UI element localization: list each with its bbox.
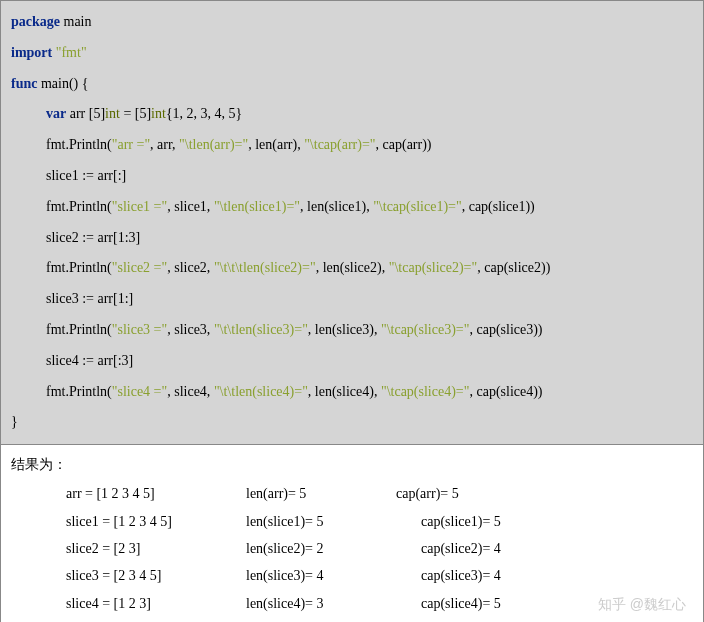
string-literal: "arr =": [112, 137, 150, 152]
result-row: slice3 = [2 3 4 5] len(slice3)= 4 cap(sl…: [11, 562, 693, 589]
result-row: slice4 = [1 2 3] len(slice4)= 3 cap(slic…: [11, 590, 693, 617]
result-cell: len(slice4)= 3: [246, 590, 396, 617]
code-text: fmt.Println(: [46, 137, 112, 152]
code-text: slice1 := arr[:]: [46, 168, 126, 183]
code-text: , cap(slice2)): [477, 260, 550, 275]
code-text: , len(arr),: [248, 137, 304, 152]
code-line-5: fmt.Println("arr =", arr, "\tlen(arr)=",…: [11, 130, 693, 161]
result-label: 结果为：: [11, 451, 693, 478]
string-literal: "slice3 =": [112, 322, 167, 337]
type-int: int: [105, 106, 120, 121]
result-row: arr = [1 2 3 4 5] len(arr)= 5 cap(arr)= …: [11, 480, 693, 507]
result-cell: cap(arr)= 5: [396, 480, 459, 507]
code-text: , len(slice4),: [308, 384, 381, 399]
code-text: fmt.Println(: [46, 260, 112, 275]
keyword-var: var: [46, 106, 66, 121]
code-line-1: package main: [11, 7, 693, 38]
string-literal: "\tcap(slice1)=": [373, 199, 462, 214]
result-row: slice2 = [2 3] len(slice2)= 2 cap(slice2…: [11, 535, 693, 562]
code-line-2: import "fmt": [11, 38, 693, 69]
result-block: 结果为： arr = [1 2 3 4 5] len(arr)= 5 cap(a…: [1, 445, 703, 622]
code-text: , cap(arr)): [376, 137, 432, 152]
code-text: , cap(slice4)): [469, 384, 542, 399]
string-fmt: "fmt": [56, 45, 87, 60]
code-line-10: slice3 := arr[1:]: [11, 284, 693, 315]
code-text: , len(slice1),: [300, 199, 373, 214]
code-text: , cap(slice1)): [462, 199, 535, 214]
result-cell: cap(slice3)= 4: [396, 562, 501, 589]
code-text: main: [60, 14, 92, 29]
code-line-3: func main() {: [11, 69, 693, 100]
code-line-8: slice2 := arr[1:3]: [11, 223, 693, 254]
code-text: , len(slice2),: [316, 260, 389, 275]
code-text: slice3 := arr[1:]: [46, 291, 133, 306]
result-cell: cap(slice4)= 5: [396, 590, 501, 617]
string-literal: "\tcap(slice2)=": [389, 260, 478, 275]
string-literal: "\tcap(arr)=": [304, 137, 375, 152]
string-literal: "\t\tlen(slice3)=": [214, 322, 308, 337]
string-literal: "\t\tlen(slice4)=": [214, 384, 308, 399]
result-cell: cap(slice2)= 4: [396, 535, 501, 562]
code-line-9: fmt.Println("slice2 =", slice2, "\t\t\tl…: [11, 253, 693, 284]
keyword-import: import: [11, 45, 52, 60]
result-cell: len(slice3)= 4: [246, 562, 396, 589]
code-line-6: slice1 := arr[:]: [11, 161, 693, 192]
string-literal: "slice2 =": [112, 260, 167, 275]
code-text: , cap(slice3)): [469, 322, 542, 337]
code-text: slice2 := arr[1:3]: [46, 230, 140, 245]
result-cell: len(slice1)= 5: [246, 508, 396, 535]
code-line-4: var arr [5]int = [5]int{1, 2, 3, 4, 5}: [11, 99, 693, 130]
code-text: arr [5]: [66, 106, 105, 121]
code-text: , len(slice3),: [308, 322, 381, 337]
string-literal: "slice4 =": [112, 384, 167, 399]
string-literal: "\tlen(slice1)=": [214, 199, 300, 214]
closing-brace: }: [11, 414, 18, 429]
code-text: fmt.Println(: [46, 384, 112, 399]
type-int: int: [151, 106, 166, 121]
result-cell: slice1 = [1 2 3 4 5]: [66, 508, 246, 535]
result-cell: len(slice2)= 2: [246, 535, 396, 562]
code-line-12: slice4 := arr[:3]: [11, 346, 693, 377]
code-text: {1, 2, 3, 4, 5}: [166, 106, 242, 121]
code-and-result-container: package main import "fmt" func main() { …: [0, 0, 704, 622]
code-line-7: fmt.Println("slice1 =", slice1, "\tlen(s…: [11, 192, 693, 223]
code-line-11: fmt.Println("slice3 =", slice3, "\t\tlen…: [11, 315, 693, 346]
code-block: package main import "fmt" func main() { …: [1, 1, 703, 445]
code-text: , slice3,: [167, 322, 214, 337]
code-text: , slice2,: [167, 260, 214, 275]
string-literal: "slice1 =": [112, 199, 167, 214]
code-line-13: fmt.Println("slice4 =", slice4, "\t\tlen…: [11, 377, 693, 408]
code-text: slice4 := arr[:3]: [46, 353, 133, 368]
result-cell: slice4 = [1 2 3]: [66, 590, 246, 617]
code-text: fmt.Println(: [46, 322, 112, 337]
string-literal: "\tcap(slice3)=": [381, 322, 470, 337]
string-literal: "\tlen(arr)=": [179, 137, 248, 152]
result-cell: slice3 = [2 3 4 5]: [66, 562, 246, 589]
string-literal: "\t\t\tlen(slice2)=": [214, 260, 316, 275]
code-text: , slice1,: [167, 199, 214, 214]
code-text: , slice4,: [167, 384, 214, 399]
keyword-package: package: [11, 14, 60, 29]
result-cell: arr = [1 2 3 4 5]: [66, 480, 246, 507]
code-text: main() {: [37, 76, 88, 91]
keyword-func: func: [11, 76, 37, 91]
string-literal: "\tcap(slice4)=": [381, 384, 470, 399]
code-text: , arr,: [150, 137, 179, 152]
result-cell: slice2 = [2 3]: [66, 535, 246, 562]
result-row: slice1 = [1 2 3 4 5] len(slice1)= 5 cap(…: [11, 508, 693, 535]
result-cell: len(arr)= 5: [246, 480, 396, 507]
code-text: fmt.Println(: [46, 199, 112, 214]
code-text: = [5]: [120, 106, 151, 121]
result-cell: cap(slice1)= 5: [396, 508, 501, 535]
code-line-14: }: [11, 407, 693, 438]
